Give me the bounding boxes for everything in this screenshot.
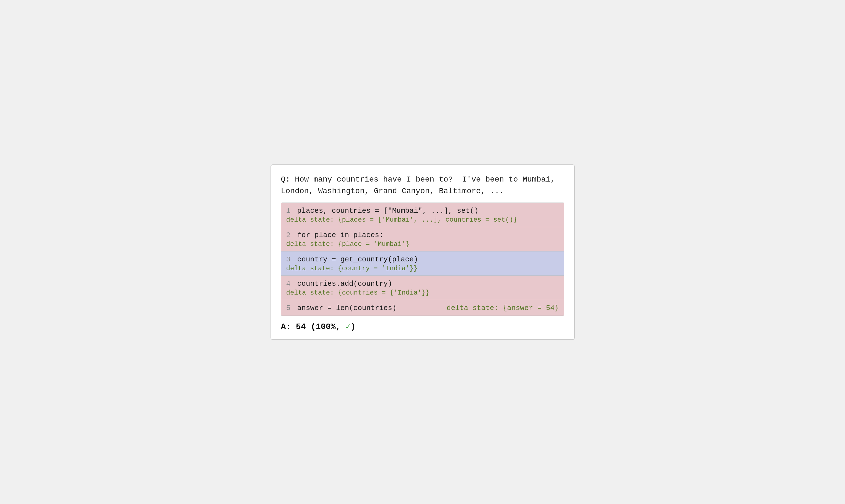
answer-value: 54 (100%,	[296, 322, 346, 331]
question-text: Q: How many countries have I been to? I'…	[281, 174, 564, 197]
code-text-4: countries.add(country)	[297, 280, 392, 288]
code-block-2: 2 for place in places: delta state: {pla…	[281, 227, 564, 251]
code-block-1: 1 places, countries = ["Mumbai", ...], s…	[281, 203, 564, 227]
code-block-5: 5 answer = len(countries) delta state: {…	[281, 300, 564, 316]
delta-line-3: delta state: {country = 'India'}}	[286, 265, 559, 272]
line-number-5: 5	[286, 304, 297, 312]
code-text-2: for place in places:	[297, 231, 384, 239]
code-line-2: 2 for place in places:	[286, 231, 559, 239]
code-text-5: answer = len(countries)	[297, 304, 397, 312]
code-text-1: places, countries = ["Mumbai", ...], set…	[297, 207, 479, 215]
delta-line-2: delta state: {place = 'Mumbai'}	[286, 240, 559, 248]
code-text-3: country = get_country(place)	[297, 255, 418, 264]
delta-line-1: delta state: {places = ['Mumbai', ...], …	[286, 216, 559, 223]
line-number-3: 3	[286, 255, 297, 264]
main-container: Q: How many countries have I been to? I'…	[271, 164, 575, 340]
code-line-1: 1 places, countries = ["Mumbai", ...], s…	[286, 207, 559, 215]
checkmark-icon: ✓	[346, 322, 351, 331]
line-number-1: 1	[286, 207, 297, 215]
code-line-5: 5 answer = len(countries) delta state: {…	[286, 304, 559, 312]
answer-line: A: 54 (100%, ✓)	[281, 321, 564, 331]
line-number-4: 4	[286, 280, 297, 288]
delta-inline-5: delta state: {answer = 54}	[438, 304, 559, 312]
code-line-3: 3 country = get_country(place)	[286, 255, 559, 264]
code-block-4: 4 countries.add(country) delta state: {c…	[281, 276, 564, 300]
code-blocks: 1 places, countries = ["Mumbai", ...], s…	[281, 202, 564, 316]
delta-line-4: delta state: {countries = {'India'}}	[286, 289, 559, 296]
answer-close: )	[351, 322, 356, 331]
code-block-3: 3 country = get_country(place) delta sta…	[281, 251, 564, 276]
line-number-2: 2	[286, 231, 297, 239]
code-line-4: 4 countries.add(country)	[286, 280, 559, 288]
